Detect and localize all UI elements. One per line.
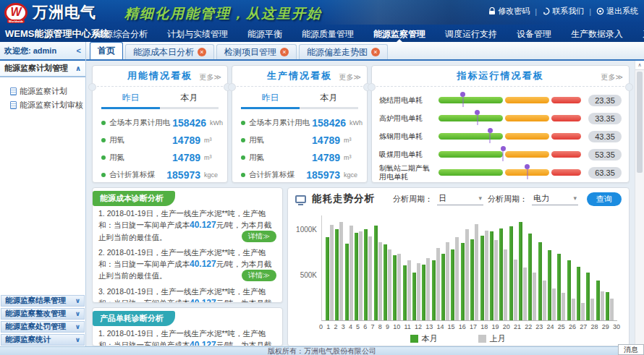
tab-test-project[interactable]: 检测项目管理 × xyxy=(216,44,297,59)
change-password-link[interactable]: 修改密码 xyxy=(488,6,530,17)
close-icon[interactable]: × xyxy=(371,48,380,56)
nav-item-dispatch-support[interactable]: 调度运行支持 xyxy=(445,28,497,40)
message-button[interactable]: 消息 xyxy=(618,344,644,355)
tab-home[interactable]: 首页 xyxy=(90,42,123,59)
indicator-row: 制氧站二期产氧用电单耗63.35 xyxy=(379,163,622,181)
bar-current-month xyxy=(557,254,561,320)
nav-item-energy-balance[interactable]: 能源平衡 xyxy=(247,28,282,40)
sidebar-group-statistics[interactable]: 能源监察统计 ∨ xyxy=(1,334,85,346)
panel-title: 用能情况看板 xyxy=(127,69,192,82)
bar-group xyxy=(345,215,353,320)
kpi-item: 全场本月累计用电 158426 kWh xyxy=(232,114,367,132)
bar-current-month xyxy=(441,254,445,320)
power-icon xyxy=(596,7,604,15)
energy-type-select[interactable]: 电力 ▾ xyxy=(532,193,578,205)
x-axis-label: 15 xyxy=(448,323,455,332)
diagnosis-item: 1. 2018-01-19日，生产一线生产水泥**吨，生产饱和：当日旋一车间单产… xyxy=(98,208,276,243)
indicator-label: 烧结用电单耗 xyxy=(379,96,438,105)
vertical-scrollbar[interactable]: ∧ xyxy=(635,61,644,346)
nav-item-energy-supervision[interactable]: 能源监察管理 xyxy=(373,28,425,40)
sidebar-item-supervision-plan[interactable]: 能源监察计划 xyxy=(10,85,82,98)
kpi-item: 合计折算标煤 185973 kgce xyxy=(232,166,367,184)
indicator-value: 63.35 xyxy=(588,167,622,179)
nav-item-plan-performance[interactable]: 计划与实绩管理 xyxy=(167,28,228,40)
x-axis-label: 24 xyxy=(547,323,554,332)
contact-us-link[interactable]: 联系我们 xyxy=(542,6,584,17)
bar-group xyxy=(364,215,372,320)
close-icon[interactable]: × xyxy=(198,48,206,56)
bar-group xyxy=(451,215,459,320)
more-link[interactable]: 更多≫ xyxy=(601,72,623,82)
tab-yesterday[interactable]: 昨日 xyxy=(101,92,160,109)
period-select-label: 分析周期： xyxy=(393,194,433,205)
tab-energy-cost-daily[interactable]: 能源成本日分析 × xyxy=(125,44,214,59)
x-axis-label: 26 xyxy=(569,323,576,332)
main-nav: 能源综合分析 计划与实绩管理 能源平衡 能源质量管理 能源监察管理 调度运行支持… xyxy=(0,26,644,42)
panel-title: 指标运行情况看板 xyxy=(457,69,544,82)
bar-current-month xyxy=(393,255,397,320)
tab-this-month[interactable]: 本月 xyxy=(160,92,219,109)
tab-this-month[interactable]: 本月 xyxy=(300,92,358,109)
x-axis-label: 23 xyxy=(535,323,543,332)
bullet-red-segment xyxy=(551,169,581,176)
monitor-icon xyxy=(295,195,306,203)
nav-item-production-entry[interactable]: 生产数据录入 xyxy=(571,28,623,40)
detail-button[interactable]: 详情≫ xyxy=(242,270,276,281)
query-button[interactable]: 查询 xyxy=(587,192,622,206)
more-link[interactable]: 更多≫ xyxy=(200,72,221,82)
indicator-marker xyxy=(488,128,493,143)
sidebar-group-punishment-management[interactable]: 能源监察处罚管理 ∨ xyxy=(1,321,85,333)
x-axis-label: 29 xyxy=(602,323,609,332)
x-axis-label: 28 xyxy=(590,323,598,332)
sidebar-item-supervision-plan-review[interactable]: 能源监察计划审核 xyxy=(10,98,82,112)
sidebar-spacer xyxy=(0,112,85,294)
bar-current-month xyxy=(499,228,503,320)
bar-group xyxy=(374,215,382,320)
bar-group xyxy=(490,215,498,320)
chevron-down-icon: ∨ xyxy=(75,310,80,317)
diagnosis-item: 2. 2018-01-19日，生产一线生产水泥**吨，生产饱和：当日旋一车间单产… xyxy=(98,247,276,282)
chevron-down-icon: ∨ xyxy=(75,323,80,330)
scrollbar-thumb[interactable] xyxy=(637,72,643,173)
username: admin xyxy=(33,46,56,55)
tab-energy-deviation-trend[interactable]: 能源偏差走势图 × xyxy=(299,44,388,59)
nav-item-energy-quality[interactable]: 能源质量管理 xyxy=(302,28,354,40)
scroll-up-button[interactable]: ∧ xyxy=(635,61,644,70)
bar-group xyxy=(335,215,343,320)
production-panel: 生产情况看板 更多≫ 昨日 本月 全场本月累计用电 158426 kWh xyxy=(232,65,368,183)
bullet-red-segment xyxy=(551,151,581,158)
slogan: 精细化用能管理，从这里开始 xyxy=(124,4,322,23)
sidebar-group-plan-management[interactable]: 能源监察计划管理 ∧ xyxy=(0,61,85,77)
bar-previous-month xyxy=(330,225,334,320)
bar-current-month xyxy=(538,242,542,320)
legend-current-month: 本月 xyxy=(410,333,438,344)
sidebar-group-rectification-management[interactable]: 能源监察整改管理 ∨ xyxy=(1,308,85,320)
more-link[interactable]: 更多≫ xyxy=(339,72,361,82)
bar-group xyxy=(499,215,507,320)
indicator-row: 炼钢用电单耗43.35 xyxy=(379,127,622,145)
panel-ribbon: 产品单耗诊断分析 xyxy=(93,311,175,326)
close-icon[interactable]: × xyxy=(280,48,289,56)
copyright-text: 版权所有：万洲电气股份有限公司 xyxy=(268,346,376,355)
x-axis-label: 22 xyxy=(525,323,532,332)
sidebar-collapse-icon[interactable]: < xyxy=(77,46,81,55)
sidebar-group-result-management[interactable]: 能源监察结果管理 ∨ xyxy=(1,295,85,307)
x-axis-label: 20 xyxy=(503,323,510,332)
nav-item-equipment[interactable]: 设备管理 xyxy=(517,28,551,40)
indicator-label: 吸煤用电单耗 xyxy=(379,150,438,159)
indicator-value: 23.35 xyxy=(588,95,622,106)
bar-current-month xyxy=(403,265,407,320)
kpi-item: 用氮 14789 m³ xyxy=(93,149,227,166)
detail-button[interactable]: 详情≫ xyxy=(242,231,276,242)
period-select[interactable]: 日 ▾ xyxy=(437,193,483,205)
nav-item-energy-analysis[interactable]: 能源综合分析 xyxy=(96,28,148,40)
logout-link[interactable]: 退出系统 xyxy=(596,6,638,17)
tab-yesterday[interactable]: 昨日 xyxy=(241,92,300,109)
bar-current-month xyxy=(577,267,580,320)
bar-previous-month xyxy=(514,260,517,320)
x-axis-label: 12 xyxy=(415,323,422,332)
bar-group xyxy=(519,215,527,320)
bar-group xyxy=(606,215,614,320)
bar-previous-month xyxy=(359,231,363,320)
dashboard-content: 用能情况看板 更多≫ 昨日 本月 全场本月累计用电 158426 kWh xyxy=(86,61,644,346)
